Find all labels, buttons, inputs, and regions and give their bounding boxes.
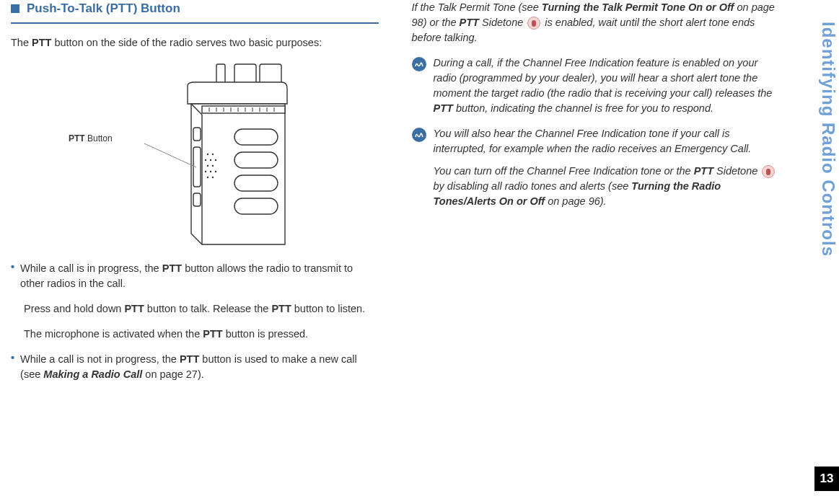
svg-point-26 — [205, 170, 206, 172]
text: button to talk. Release the — [144, 303, 272, 314]
svg-point-24 — [207, 164, 208, 166]
svg-rect-31 — [234, 129, 278, 145]
text: During a call, if the Channel Free Indic… — [434, 57, 773, 99]
left-column: Push-To-Talk (PTT) Button The PTT button… — [11, 0, 385, 504]
sidetone-icon — [762, 165, 775, 178]
text-bold: PTT — [162, 262, 182, 274]
text: The microphone is activated when the — [24, 328, 203, 340]
sub-paragraph-1: Press and hold down PTT button to talk. … — [24, 301, 379, 317]
text: If the Talk Permit Tone (see — [412, 1, 542, 13]
svg-rect-34 — [234, 198, 278, 214]
text: button on the side of the radio serves t… — [51, 37, 322, 48]
note-text-continued: You can turn off the Channel Free Indica… — [434, 164, 780, 209]
text: on page 27). — [142, 368, 203, 380]
text-link: Making a Radio Call — [43, 368, 142, 380]
text: Sidetone — [713, 165, 760, 177]
sidetone-icon — [527, 17, 540, 30]
svg-point-30 — [212, 176, 214, 177]
note-2: You will also hear the Channel Free Indi… — [412, 126, 780, 209]
text: button to listen. — [291, 303, 365, 314]
svg-point-23 — [215, 159, 216, 160]
heading-bullet-icon — [11, 4, 19, 13]
bullet-icon: • — [11, 352, 14, 382]
heading-title: Push-To-Talk (PTT) Button — [27, 0, 180, 18]
chapter-title-vertical: Identifying Radio Controls — [816, 22, 839, 257]
text-link: Turning the Talk Permit Tone On or Off — [542, 1, 734, 13]
talk-permit-paragraph: If the Talk Permit Tone (see Turning the… — [412, 0, 780, 45]
svg-point-28 — [215, 170, 216, 172]
bullet-text: While a call is in progress, the PTT but… — [20, 261, 378, 291]
page-content: Push-To-Talk (PTT) Button The PTT button… — [0, 0, 794, 504]
text-bold: PTT — [180, 353, 199, 365]
text: button is pressed. — [223, 328, 309, 340]
intro-paragraph: The PTT button on the side of the radio … — [11, 35, 379, 50]
svg-point-22 — [210, 159, 211, 160]
text: While a call is not in progress, the — [20, 353, 180, 365]
text: Press and hold down — [24, 303, 124, 314]
svg-rect-17 — [193, 147, 201, 187]
text: You can turn off the Channel Free Indica… — [434, 165, 694, 177]
text: While a call is in progress, the — [20, 262, 162, 274]
text-bold: PTT — [203, 328, 222, 340]
svg-point-21 — [205, 159, 206, 160]
text-bold: PTT — [460, 17, 479, 28]
text-bold: PTT — [271, 303, 291, 314]
sub-paragraph-2: The microphone is activated when the PTT… — [24, 327, 379, 342]
text: Sidetone — [479, 17, 526, 28]
svg-rect-16 — [193, 128, 201, 141]
bullet-text: While a call is not in progress, the PTT… — [20, 352, 378, 382]
bullet-item-2: • While a call is not in progress, the P… — [11, 352, 379, 382]
note-text: You will also hear the Channel Free Indi… — [434, 126, 780, 209]
heading-rule — [11, 22, 379, 24]
svg-point-27 — [210, 170, 211, 172]
right-column: If the Talk Permit Tone (see Turning the… — [406, 0, 780, 504]
text: You will also hear the Channel Free Indi… — [434, 126, 780, 156]
svg-point-19 — [207, 153, 208, 154]
text-bold: PTT — [124, 303, 144, 314]
bullet-icon: • — [11, 261, 14, 291]
radio-illustration: PTT Button — [11, 61, 379, 252]
radio-svg-icon — [94, 61, 296, 248]
bullet-item-1: • While a call is in progress, the PTT b… — [11, 261, 379, 291]
text: button, indicating the channel is free f… — [453, 102, 713, 114]
text: by disabling all radio tones and alerts … — [434, 180, 632, 192]
svg-point-25 — [212, 164, 214, 166]
svg-line-35 — [144, 143, 196, 167]
text: on page 96). — [545, 195, 606, 207]
svg-rect-33 — [234, 175, 278, 191]
text: Button — [85, 133, 113, 143]
text: The — [11, 37, 32, 48]
text-bold: PTT — [694, 165, 713, 177]
svg-rect-18 — [193, 193, 201, 206]
svg-rect-5 — [202, 106, 285, 113]
note-text: During a call, if the Channel Free Indic… — [434, 56, 780, 116]
ptt-callout-label: PTT Button — [69, 133, 113, 145]
side-strip: Identifying Radio Controls — [817, 0, 839, 504]
note-icon — [412, 57, 426, 71]
text-bold: PTT — [32, 37, 51, 48]
text-bold: PTT — [434, 102, 453, 114]
note-icon — [412, 128, 426, 142]
note-1: During a call, if the Channel Free Indic… — [412, 56, 780, 116]
svg-rect-32 — [234, 152, 278, 168]
svg-point-29 — [207, 176, 208, 177]
page-number: 13 — [814, 467, 839, 491]
text-bold: PTT — [69, 133, 85, 143]
svg-point-20 — [212, 153, 214, 154]
section-heading: Push-To-Talk (PTT) Button — [11, 0, 379, 18]
